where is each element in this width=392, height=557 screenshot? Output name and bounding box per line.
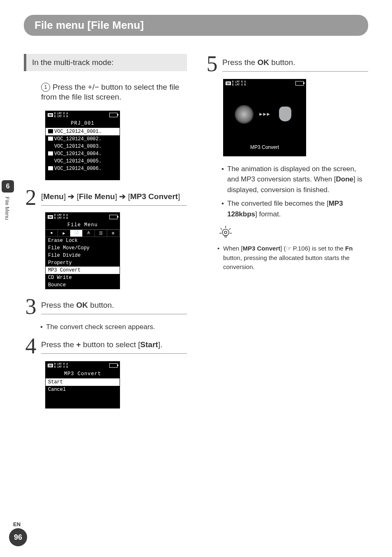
- battery-icon: [109, 113, 118, 117]
- sd-icon: SD: [48, 215, 53, 219]
- list-item: File Divide: [46, 252, 120, 259]
- list-item: Bounce: [46, 281, 120, 289]
- page-title-bar: File menu [File Menu]: [24, 15, 368, 36]
- circled-1-icon: 1: [41, 83, 50, 92]
- device-screen-animation: SDR LMT R HB LMT X B ▶▶▶ MP3 Convert: [223, 79, 306, 156]
- chapter-label: File Menu: [4, 197, 10, 220]
- tab-strip: ● ▶ 📄 A ☰ ⚙: [46, 230, 120, 237]
- chapter-badge: 6: [2, 180, 14, 193]
- file-icon: [48, 129, 53, 133]
- tab-icon: ⚙: [107, 230, 120, 237]
- animation-body: ▶▶▶: [224, 88, 306, 141]
- device-screen-mp3-convert: SDR LMT R HB LMT X B MP3 Convert Start C…: [45, 361, 120, 408]
- status-bar: SDR LMT R HB LMT X B: [46, 213, 120, 221]
- screen1-title: PRJ_001: [46, 119, 120, 128]
- tab-icon: ☰: [95, 230, 107, 237]
- lang-label: EN: [13, 521, 27, 527]
- music-note-icon: [277, 104, 295, 125]
- step-5-text: Press the OK button.: [222, 54, 368, 72]
- tab-icon: A: [83, 230, 95, 237]
- sd-icon: SD: [226, 81, 231, 85]
- step-4-number: 4: [24, 336, 38, 356]
- step-2-number: 2: [24, 188, 38, 208]
- step-3: 3 Press the OK button.: [24, 297, 187, 317]
- left-column: In the multi-track mode: 1Press the +/− …: [24, 51, 187, 416]
- step-3-bullets: The convert check screen appears.: [40, 322, 187, 332]
- step-3-number: 3: [24, 297, 38, 317]
- page: File menu [File Menu] 6 File Menu EN 96 …: [0, 0, 392, 557]
- list-item: MP3 Convert: [46, 267, 120, 274]
- step-2-text: [Menu] ➔ [File Menu] ➔ [MP3 Convert]: [41, 188, 187, 206]
- step-1-text: 1Press the +/− button to select the file…: [41, 79, 187, 106]
- sd-icon: SD: [48, 364, 53, 367]
- battery-icon: [109, 363, 118, 368]
- list-item: VOC_120124_0003.: [46, 143, 120, 150]
- screen2-title: File Menu: [46, 221, 120, 230]
- arrows-icon: ▶▶▶: [259, 111, 271, 117]
- tab-icon: ●: [46, 230, 58, 237]
- disc-icon: [235, 105, 254, 124]
- svg-point-0: [222, 229, 229, 236]
- svg-point-1: [224, 231, 227, 234]
- list-item: VOC_120124_0005.: [46, 158, 120, 165]
- list-item: Start: [46, 378, 120, 386]
- content-columns: In the multi-track mode: 1Press the +/− …: [24, 51, 368, 416]
- mode-callout: In the multi-track mode:: [24, 54, 187, 71]
- device-screen-file-list: SDR LMT R HB LMT X B PRJ_001 VOC_120124_…: [45, 111, 120, 180]
- step-2: 2 [Menu] ➔ [File Menu] ➔ [MP3 Convert]: [24, 188, 187, 208]
- page-number-badge: EN 96: [9, 521, 27, 546]
- page-number: 96: [9, 528, 27, 546]
- file-icon: [48, 166, 53, 170]
- device-screen-file-menu: SDR LMT R HB LMT X B File Menu ● ▶ 📄 A ☰…: [45, 212, 120, 289]
- list-item: Cancel: [46, 386, 120, 393]
- status-bar: SDR LMT R HB LMT X B: [224, 79, 306, 88]
- status-bar: SDR LMT R HB LMT X B: [46, 111, 120, 119]
- battery-icon: [109, 215, 118, 219]
- step-4: 4 Press the + button to select [Start].: [24, 336, 187, 356]
- right-column: 5 Press the OK button. SDR LMT R HB LMT …: [205, 51, 368, 416]
- status-bar: SDR LMT R HB LMT X B: [46, 362, 120, 370]
- bullet: When [MP3 Convert] (☞ P.106) is set to t…: [217, 244, 368, 272]
- bullet: The converted file becomes the [MP3 128k…: [221, 198, 368, 219]
- battery-icon: [295, 81, 304, 86]
- list-item: VOC_120124_0001.: [46, 128, 120, 135]
- file-icon: [48, 151, 53, 155]
- list-item: File Move/Copy: [46, 244, 120, 252]
- sd-icon: SD: [48, 113, 53, 117]
- bullet: The convert check screen appears.: [40, 322, 187, 332]
- tip-bullets: When [MP3 Convert] (☞ P.106) is set to t…: [217, 244, 368, 272]
- step-4-text: Press the + button to select [Start].: [41, 336, 187, 354]
- tab-icon: 📄: [70, 230, 83, 237]
- list-item: Property: [46, 259, 120, 267]
- step-5: 5 Press the OK button.: [205, 54, 368, 74]
- step-3-text: Press the OK button.: [41, 297, 187, 314]
- list-item: CD Write: [46, 274, 120, 281]
- step-5-number: 5: [205, 54, 219, 74]
- animation-caption: MP3 Convert: [224, 141, 306, 156]
- list-item: VOC_120124_0004.: [46, 150, 120, 158]
- file-icon: [48, 137, 53, 141]
- side-tab: 6 File Menu: [0, 180, 16, 220]
- lightbulb-tip-icon: [217, 223, 234, 240]
- screen4-title: MP3 Convert: [46, 370, 120, 378]
- list-item: VOC_120124_0006.: [46, 165, 120, 172]
- list-item: VOC_120124_0002.: [46, 135, 120, 143]
- step-1: 1Press the +/− button to select the file…: [24, 79, 187, 106]
- list-item: Erase Lock: [46, 237, 120, 244]
- tab-icon: ▶: [58, 230, 70, 237]
- step-5-bullets: The animation is displayed on the screen…: [221, 164, 368, 220]
- bullet: The animation is displayed on the screen…: [221, 164, 368, 195]
- page-title: File menu [File Menu]: [35, 19, 144, 31]
